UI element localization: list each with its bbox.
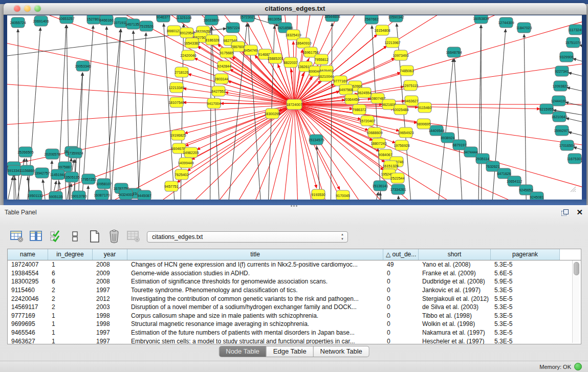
table-cell-in_degree[interactable]: 1 [48, 312, 93, 319]
row-height-icon[interactable] [68, 228, 83, 245]
table-cell-in_degree[interactable]: 2 [48, 295, 93, 302]
scrollbar-thumb[interactable] [574, 262, 579, 275]
table-cell-pagerank[interactable]: 5.3E-5 [491, 338, 560, 344]
column-header-name[interactable]: name [8, 249, 48, 260]
tab-network-table[interactable]: Network Table [314, 346, 369, 357]
table-cell-in_degree[interactable]: 1 [48, 261, 93, 268]
new-table-icon[interactable] [87, 228, 102, 245]
table-cell-in_degree[interactable]: 1 [48, 338, 93, 344]
table-row[interactable]: 977716911998Corpus callosum shape and si… [8, 312, 581, 320]
table-cell-in_degree[interactable]: 1 [48, 329, 93, 336]
table-cell-out_degree[interactable]: 0 [383, 303, 419, 311]
table-cell-name[interactable]: 9115460 [8, 287, 48, 294]
table-cell-year[interactable]: 1997 [93, 329, 127, 336]
tab-edge-table[interactable]: Edge Table [267, 346, 314, 357]
resize-grip[interactable] [569, 185, 576, 192]
table-cell-title[interactable]: Changes of HCN gene expression and I(f) … [127, 261, 383, 268]
table-cell-pagerank[interactable]: 5.3E-5 [491, 303, 560, 311]
table-cell-title[interactable]: Investigating the contribution of common… [127, 295, 383, 302]
table-cell-name[interactable]: 18724007 [8, 261, 48, 268]
table-cell-pagerank[interactable]: 5.9E-5 [491, 278, 560, 285]
table-cell-out_degree[interactable]: 0 [383, 287, 419, 294]
table-cell-title[interactable]: Embryonic stem cells: a model to study s… [127, 338, 383, 344]
table-cell-pagerank[interactable]: 5.3E-5 [491, 320, 560, 327]
network-canvas[interactable]: 1872400724055724206914061065325715278028… [7, 15, 582, 200]
tab-node-table[interactable]: Node Table [219, 346, 267, 357]
table-cell-pagerank[interactable]: 5.3E-5 [491, 312, 560, 319]
table-cell-in_degree[interactable]: 6 [48, 278, 93, 285]
table-cell-title[interactable]: Structural magnetic resonance image aver… [127, 320, 383, 327]
table-row[interactable]: 1938455462009Genome-wide association stu… [8, 269, 581, 278]
table-cell-in_degree[interactable]: 2 [48, 303, 93, 311]
table-cell-in_degree[interactable]: 6 [48, 270, 93, 277]
table-cell-out_degree[interactable]: 0 [383, 270, 419, 277]
table-cell-title[interactable]: Disruption of a novel member of a sodium… [127, 303, 383, 311]
float-panel-icon[interactable] [561, 209, 569, 216]
table-row[interactable]: 946362711997Embryonic stem cells: a mode… [8, 337, 581, 344]
table-row[interactable]: 969969511998Structural magnetic resonanc… [8, 320, 581, 329]
table-cell-title[interactable]: Tourette syndrome. Phenomenology and cla… [127, 287, 383, 294]
table-cell-year[interactable]: 1997 [93, 338, 127, 344]
table-cell-title[interactable]: Estimation of significance thresholds fo… [127, 278, 383, 285]
table-cell-out_degree[interactable]: 0 [383, 338, 419, 344]
table-cell-name[interactable]: 14569117 [8, 303, 48, 311]
table-cell-name[interactable]: 19384554 [8, 270, 48, 277]
table-cell-in_degree[interactable]: 2 [48, 287, 93, 294]
column-header-out_degree[interactable]: △ out_de... [383, 249, 419, 260]
table-cell-short[interactable]: de Silva et al. (2003) [419, 303, 491, 311]
table-cell-in_degree[interactable]: 1 [48, 320, 93, 327]
table-cell-short[interactable]: Yano et al. (2008) [419, 261, 491, 268]
table-cell-out_degree[interactable]: 0 [383, 278, 419, 285]
table-cell-name[interactable]: 9463627 [8, 338, 48, 344]
table-cell-title[interactable]: Corpus callosum shape and size in male p… [127, 312, 383, 319]
table-cell-name[interactable]: 9699695 [8, 320, 48, 327]
table-cell-out_degree[interactable]: 0 [383, 312, 419, 319]
table-cell-pagerank[interactable]: 5.3E-5 [491, 287, 560, 294]
table-row[interactable]: 1872400712008Changes of HCN gene express… [8, 260, 581, 269]
table-cell-short[interactable]: Tibbo et al. (1998) [419, 312, 491, 319]
column-header-in_degree[interactable]: in_degree [48, 249, 93, 260]
vertical-scrollbar[interactable] [572, 260, 579, 343]
table-cell-pagerank[interactable]: 5.3E-5 [491, 261, 560, 268]
table-cell-out_degree[interactable]: 0 [383, 320, 419, 327]
table-cell-pagerank[interactable]: 5.6E-5 [491, 270, 560, 277]
window-titlebar[interactable]: citations_edges.txt [4, 3, 586, 15]
column-header-short[interactable]: short [419, 249, 491, 260]
table-cell-name[interactable]: 9777169 [8, 312, 48, 319]
table-row[interactable]: 1456911722003Disruption of a novel membe… [8, 303, 581, 312]
table-cell-year[interactable]: 2008 [93, 278, 127, 285]
table-cell-year[interactable]: 2003 [93, 303, 127, 311]
column-header-pagerank[interactable]: pagerank [491, 249, 560, 260]
delete-rows-icon[interactable] [106, 228, 122, 245]
table-cell-title[interactable]: Genome-wide association studies in ADHD. [127, 270, 383, 277]
table-cell-title[interactable]: Estimation of the future numbers of pati… [127, 329, 383, 336]
table-cell-year[interactable]: 1997 [93, 287, 127, 294]
table-cell-year[interactable]: 2009 [93, 270, 127, 277]
table-row[interactable]: 2242004622012Investigating the contribut… [8, 294, 581, 303]
table-cell-short[interactable]: Stergiakouli et al. (2012) [419, 295, 491, 302]
table-cell-short[interactable]: Hescheler et al. (1997) [419, 338, 491, 344]
table-row[interactable]: 946554611997Estimation of the future num… [8, 329, 581, 337]
table-cell-pagerank[interactable]: 5.5E-5 [491, 295, 560, 302]
add-column-icon[interactable] [29, 228, 44, 245]
close-panel-icon[interactable]: ✕ [576, 208, 583, 217]
table-row[interactable]: 911546021997Tourette syndrome. Phenomeno… [8, 286, 581, 295]
column-header-title[interactable]: title [127, 249, 383, 260]
table-cell-pagerank[interactable]: 5.3E-5 [491, 329, 560, 336]
network-table-select[interactable]: citations_edges.txt ▲▼ [147, 231, 348, 243]
memory-status-indicator[interactable] [574, 363, 582, 370]
table-cell-year[interactable]: 2008 [93, 261, 127, 268]
table-cell-short[interactable]: Franke et al. (2009) [419, 270, 491, 277]
table-cell-out_degree[interactable]: 0 [383, 295, 419, 302]
table-cell-short[interactable]: Jankovic et al. (1997) [419, 287, 491, 294]
table-cell-year[interactable]: 2012 [93, 295, 127, 302]
table-cell-short[interactable]: Dudbridge et al. (2008) [419, 278, 491, 285]
table-cell-short[interactable]: Wolkin et al. (1998) [419, 320, 491, 327]
table-cell-out_degree[interactable]: 0 [383, 329, 419, 336]
table-cell-out_degree[interactable]: 49 [383, 261, 419, 268]
table-cell-name[interactable]: 22420046 [8, 295, 48, 302]
table-cell-short[interactable]: Nakamura et al. (1997) [419, 329, 491, 336]
table-cell-name[interactable]: 18300295 [8, 278, 48, 285]
select-columns-icon[interactable] [48, 228, 63, 245]
table-cell-name[interactable]: 9465546 [8, 329, 48, 336]
